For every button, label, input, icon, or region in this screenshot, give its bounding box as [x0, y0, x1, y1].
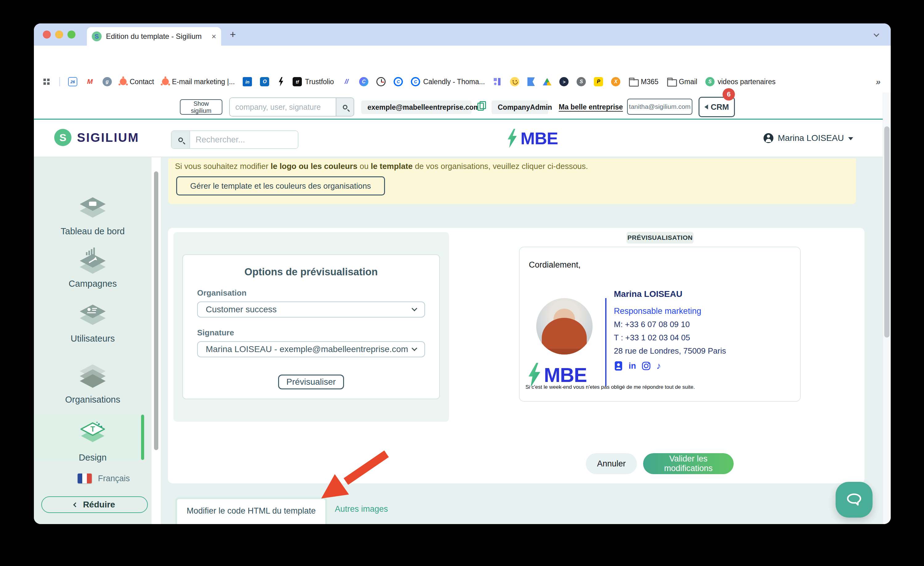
bookmark-label: Contact	[130, 78, 154, 86]
maximize-window-button[interactable]	[68, 30, 75, 39]
bookmark-item[interactable]	[342, 77, 351, 86]
bookmark-item[interactable]	[376, 77, 386, 86]
sigilium-logo-icon: S	[54, 129, 72, 146]
manage-template-button[interactable]: Gérer le template et les couleurs des or…	[176, 176, 385, 196]
collapse-label: Réduire	[83, 500, 115, 510]
browser-tab[interactable]: S Edition du template - Sigilium	[87, 27, 221, 46]
signature-greeting: Cordialement,	[529, 260, 580, 270]
signature-address: 28 rue de Londres, 75009 Paris	[614, 346, 726, 356]
sidebar-item-campaigns[interactable]: Campagnes	[34, 247, 152, 289]
instagram-icon[interactable]	[642, 361, 651, 370]
sidebar-item-label: Utilisateurs	[70, 334, 115, 344]
browser-tab-strip: S Edition du template - Sigilium	[34, 23, 891, 46]
show-sigilium-button[interactable]: Show sigilium	[180, 99, 222, 115]
language-selector[interactable]: Français	[78, 474, 130, 483]
bookmark-item[interactable]: M365	[628, 77, 658, 86]
page-scrollbar[interactable]	[883, 92, 891, 524]
company-link[interactable]: Ma belle entreprise	[559, 103, 623, 111]
preview-button[interactable]: Prévisualiser	[278, 375, 344, 389]
left-triangle-icon	[704, 104, 708, 110]
bookmark-label: E-mail marketing |...	[172, 78, 235, 86]
bookmark-item[interactable]	[243, 77, 252, 86]
chat-bubble-icon	[844, 489, 864, 510]
bookmark-item[interactable]: Trustfolio	[292, 77, 334, 86]
bookmark-item[interactable]: Gmail	[666, 77, 697, 86]
lightning-favicon	[277, 77, 285, 86]
bookmark-item[interactable]	[42, 77, 51, 86]
tab-search-chevron-icon[interactable]	[873, 31, 879, 37]
bookmark-item[interactable]	[394, 77, 403, 86]
tab-edit-html-code[interactable]: Modifier le code HTML du template	[175, 497, 327, 524]
bookmark-item[interactable]	[260, 77, 269, 86]
app-search-input[interactable]	[190, 131, 298, 148]
google-calendar-favicon	[68, 77, 77, 86]
minimize-window-button[interactable]	[55, 30, 63, 39]
bookmark-item[interactable]	[577, 77, 586, 86]
sidebar-item-organisations[interactable]: Organisations	[34, 363, 152, 405]
organisations-layers-icon	[78, 363, 108, 390]
apps-grid-icon	[42, 77, 51, 86]
sidebar-item-users[interactable]: Utilisateurs	[34, 302, 152, 344]
outlook-favicon	[260, 77, 269, 86]
bookmark-item[interactable]	[543, 78, 551, 86]
user-icon	[764, 133, 773, 143]
design-template-icon: T	[78, 421, 108, 448]
validate-changes-button[interactable]: Valider les modifications	[643, 453, 734, 474]
page-scrollbar-thumb[interactable]	[884, 126, 890, 337]
bookmark-item[interactable]: E-mail marketing |...	[162, 78, 235, 86]
banner-text: Si vous souhaitez modifier le logo ou le…	[175, 161, 588, 171]
chat-widget-button[interactable]	[836, 482, 873, 518]
bookmark-item[interactable]	[86, 77, 94, 86]
bookmark-item[interactable]	[68, 77, 77, 86]
bookmark-item[interactable]	[277, 77, 285, 86]
options-title: Options de prévisualisation	[197, 266, 425, 278]
bookmark-item[interactable]	[594, 77, 603, 86]
hubspot-favicon	[120, 78, 127, 85]
gray-s-favicon	[577, 77, 586, 86]
bookmark-item[interactable]	[103, 77, 112, 86]
bookmark-item[interactable]	[493, 77, 502, 86]
app-header: S SIGILIUM MBE Marina LOISEAU	[34, 120, 883, 157]
signature-select[interactable]: Marina LOISEAU - exemple@mabelleentrepri…	[197, 341, 425, 357]
bookmark-item[interactable]	[560, 77, 568, 86]
bookmark-item[interactable]	[359, 77, 368, 86]
browser-window: S Edition du template - Sigilium	[34, 23, 891, 524]
clock-favicon	[376, 77, 386, 86]
red-annotation-arrow	[305, 441, 398, 524]
bookmark-item[interactable]: Calendly - Thoma...	[411, 77, 485, 86]
new-tab-button[interactable]	[230, 29, 236, 39]
signature-name: Marina LOISEAU	[614, 289, 726, 299]
bookmark-item[interactable]: Contact	[120, 78, 154, 86]
sidebar-item-design[interactable]: T Design	[34, 421, 152, 463]
bookmark-label: Trustfolio	[305, 78, 334, 86]
collapse-sidebar-button[interactable]: Réduire	[41, 496, 148, 513]
organisation-select[interactable]: Customer success	[197, 301, 425, 318]
sidebar-scrollbar-thumb[interactable]	[154, 172, 158, 450]
close-tab-icon[interactable]	[212, 32, 216, 41]
close-window-button[interactable]	[43, 30, 51, 39]
bookmark-item[interactable]	[611, 77, 620, 86]
bookmarks-bar: Contact E-mail marketing |... Trustfolio…	[34, 71, 891, 92]
sigilium-logo[interactable]: S SIGILIUM	[54, 129, 139, 146]
contact-card-icon[interactable]	[614, 361, 623, 371]
tiktok-icon[interactable]: ♪	[656, 361, 661, 371]
yellow-p-favicon	[594, 77, 603, 86]
admin-search-input[interactable]	[230, 98, 336, 116]
bookmarks-overflow[interactable]	[873, 77, 883, 86]
copy-icon[interactable]	[477, 101, 485, 110]
sigilium-favicon	[705, 77, 714, 86]
bookmark-item[interactable]	[527, 77, 535, 86]
admin-search-button[interactable]	[336, 98, 354, 116]
linkedin-icon[interactable]: in	[628, 361, 636, 371]
sidebar-item-dashboard[interactable]: Tableau de bord	[34, 195, 152, 236]
user-menu[interactable]: Marina LOISEAU	[764, 133, 853, 143]
hubspot-favicon	[162, 78, 169, 85]
signature-note: Si c'est le week-end vous n'etes pas obl…	[525, 384, 695, 390]
preview-badge: PRÉVISUALISATION	[627, 232, 694, 244]
organisation-logo-text: MBE	[520, 128, 558, 148]
signature-info: Marina LOISEAU Responsable marketing M: …	[614, 289, 726, 371]
bookmark-item[interactable]	[510, 77, 519, 86]
organisation-value: Customer success	[206, 304, 277, 315]
cancel-button[interactable]: Annuler	[586, 453, 637, 474]
bookmark-item[interactable]: videos partenaires	[705, 77, 776, 86]
